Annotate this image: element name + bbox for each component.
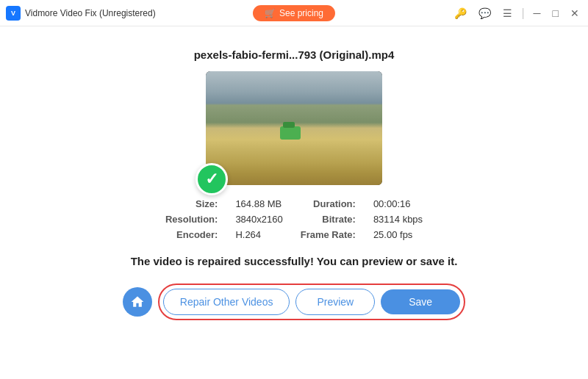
duration-value: 00:00:16 bbox=[373, 198, 423, 209]
main-content: pexels-fabio-fermi...793 (Original).mp4 … bbox=[0, 26, 588, 379]
bitrate-label: Bitrate: bbox=[301, 214, 356, 225]
encoder-label: Encoder: bbox=[165, 229, 218, 240]
minimize-icon[interactable]: ─ bbox=[531, 6, 544, 21]
resolution-label: Resolution: bbox=[165, 214, 218, 225]
repair-other-button[interactable]: Repair Other Videos bbox=[163, 289, 290, 315]
bitrate-value: 83114 kbps bbox=[373, 214, 423, 225]
video-preview bbox=[206, 71, 382, 185]
framerate-label: Frame Rate: bbox=[301, 229, 356, 240]
home-button[interactable] bbox=[123, 287, 152, 317]
save-button[interactable]: Save bbox=[381, 289, 460, 314]
title-bar-right: 🔑 💬 ☰ | ─ □ ✕ bbox=[451, 6, 582, 21]
success-message: The video is repaired successfully! You … bbox=[131, 255, 458, 267]
preview-button[interactable]: Preview bbox=[295, 289, 375, 315]
title-bar: V Vidmore Video Fix (Unregistered) 🛒 See… bbox=[0, 0, 588, 26]
size-label: Size: bbox=[165, 198, 218, 209]
video-tractor bbox=[280, 126, 301, 140]
maximize-icon[interactable]: □ bbox=[550, 6, 562, 21]
duration-label: Duration: bbox=[301, 198, 356, 209]
title-bar-left: V Vidmore Video Fix (Unregistered) bbox=[6, 6, 451, 21]
action-area: Repair Other Videos Preview Save bbox=[123, 284, 465, 320]
chat-icon[interactable]: 💬 bbox=[476, 6, 494, 21]
resolution-value: 3840x2160 bbox=[235, 214, 282, 225]
video-background bbox=[206, 71, 382, 185]
checkmark-icon: ✓ bbox=[205, 170, 218, 189]
video-info: Size: 164.88 MB Duration: 00:00:16 Resol… bbox=[165, 198, 423, 240]
cart-icon: 🛒 bbox=[265, 8, 276, 18]
see-pricing-button[interactable]: 🛒 See pricing bbox=[253, 5, 335, 21]
separator: | bbox=[521, 7, 524, 20]
action-border-box: Repair Other Videos Preview Save bbox=[158, 284, 465, 320]
framerate-value: 25.00 fps bbox=[373, 229, 423, 240]
key-icon[interactable]: 🔑 bbox=[451, 6, 470, 21]
close-icon[interactable]: ✕ bbox=[567, 6, 582, 21]
app-logo: V bbox=[6, 6, 21, 21]
see-pricing-label: See pricing bbox=[279, 8, 323, 18]
size-value: 164.88 MB bbox=[235, 198, 282, 209]
menu-icon[interactable]: ☰ bbox=[500, 6, 515, 21]
video-preview-container: ✓ bbox=[206, 71, 382, 185]
app-title: Vidmore Video Fix (Unregistered) bbox=[25, 8, 156, 18]
success-badge: ✓ bbox=[196, 163, 228, 195]
encoder-value: H.264 bbox=[235, 229, 282, 240]
title-bar-center: 🛒 See pricing bbox=[253, 5, 335, 21]
home-icon bbox=[130, 295, 145, 309]
video-title: pexels-fabio-fermi...793 (Original).mp4 bbox=[194, 48, 395, 61]
